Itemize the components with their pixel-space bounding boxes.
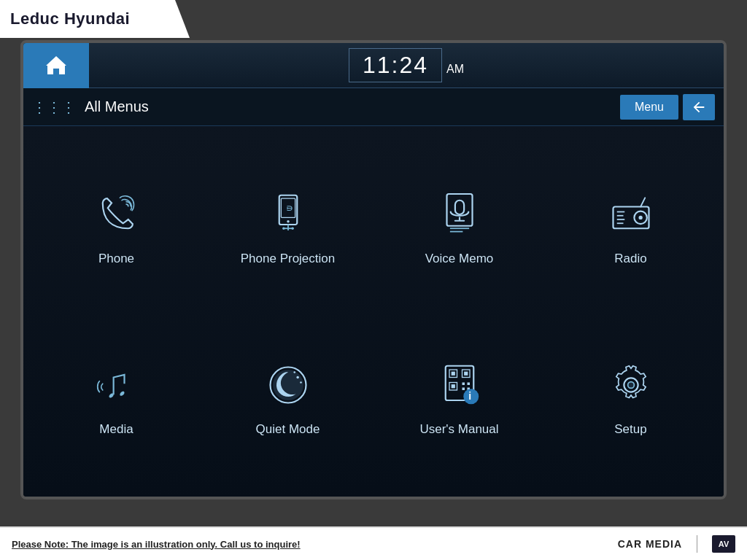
svg-text:⋼: ⋼ [285,202,293,214]
logo-divider [697,535,697,553]
av-badge: AV [712,535,735,553]
menu-item-setup[interactable]: Setup [545,311,716,482]
all-menus-label: All Menus [85,98,620,115]
menu-item-phone[interactable]: Phone [31,141,202,311]
disclaimer-text: Please Note: The image is an illustratio… [12,539,618,550]
infotainment-screen: 11:24 AM ⋮⋮⋮ All Menus Menu [20,40,727,499]
dealer-name: Leduc Hyundai [10,9,130,28]
svg-rect-35 [462,382,465,385]
voice-memo-icon [430,185,489,244]
phone-projection-icon: ⋼ [259,185,317,244]
menu-item-users-manual[interactable]: i User's Manual [374,311,545,482]
quiet-mode-icon [259,356,317,414]
phone-label: Phone [98,251,134,267]
menu-grid: Phone ⋼ Phone Projection [23,126,724,497]
svg-rect-10 [454,201,463,214]
svg-line-22 [640,198,645,206]
svg-point-25 [296,376,299,379]
media-label: Media [99,421,133,438]
clock-time: 11:24 [349,48,442,82]
radio-label: Radio [614,251,646,267]
disclaimer-prefix: Please Note: [12,539,69,550]
voice-memo-label: Voice Memo [425,251,494,267]
svg-rect-36 [467,382,470,385]
svg-rect-37 [462,387,465,390]
phone-icon [88,185,146,244]
menu-button[interactable]: Menu [620,95,678,120]
menu-item-voice-memo[interactable]: Voice Memo [374,141,545,311]
svg-point-26 [293,371,295,373]
dealer-branding: Leduc Hyundai [0,0,190,38]
media-icon [88,356,146,414]
home-icon [44,54,68,77]
menu-item-phone-projection[interactable]: ⋼ Phone Projection [202,141,374,311]
av-text: AV [719,540,729,548]
quiet-mode-label: Quiet Mode [256,421,320,438]
phone-projection-label: Phone Projection [241,251,335,267]
back-button[interactable] [683,94,715,120]
svg-rect-32 [464,372,468,376]
svg-point-42 [627,382,634,389]
radio-icon [602,185,660,244]
users-manual-label: User's Manual [419,421,498,438]
users-manual-icon: i [430,356,489,414]
grid-icon: ⋮⋮⋮ [32,98,76,116]
svg-point-3 [287,220,290,223]
menu-item-quiet-mode[interactable]: Quiet Mode [202,311,374,482]
carmedia-logo: CAR MEDIA AV [618,535,735,553]
svg-rect-34 [451,384,454,388]
setup-icon [602,356,660,414]
carmedia-name: CAR MEDIA [618,538,682,550]
svg-point-6 [282,227,285,230]
back-icon [691,99,707,115]
svg-point-7 [291,227,294,230]
svg-rect-15 [613,206,649,228]
svg-point-27 [300,381,302,384]
clock-ampm: AM [446,63,464,76]
menu-bar: ⋮⋮⋮ All Menus Menu [23,88,724,126]
screen-header: 11:24 AM [23,43,724,88]
disclaimer-body: The image is an illustration only. Call … [69,539,301,550]
menu-item-media[interactable]: Media [31,311,202,482]
menu-item-radio[interactable]: Radio [545,141,716,311]
svg-rect-30 [451,372,454,376]
clock-area: 11:24 AM [89,48,724,82]
svg-text:i: i [468,390,471,402]
home-button[interactable] [23,43,89,88]
svg-point-21 [638,216,642,219]
bottom-bar: Please Note: The image is an illustratio… [0,526,747,560]
setup-label: Setup [614,421,646,438]
